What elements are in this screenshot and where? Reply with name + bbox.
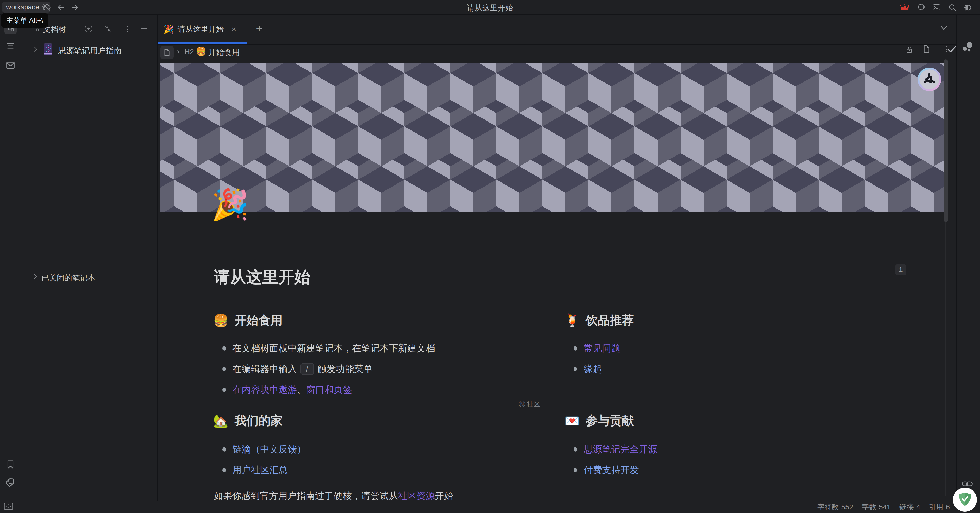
doc-title[interactable]: 请从这里开始	[214, 266, 310, 288]
heading-drinks[interactable]: 🍹 饮品推荐	[565, 311, 634, 330]
list-item[interactable]: 在编辑器中输入 / 触发功能菜单	[223, 363, 372, 375]
graph-bubbles-icon	[962, 41, 974, 53]
bullet-dot	[223, 468, 226, 472]
toolbar-divider	[0, 14, 980, 15]
link-community-list[interactable]: 用户社区汇总	[232, 464, 288, 476]
terminal-icon[interactable]	[932, 4, 940, 11]
mail-icon	[6, 61, 15, 69]
link-open-source[interactable]: 思源笔记完全开源	[584, 443, 657, 456]
bullet-dot	[574, 447, 577, 452]
dock-tag-button[interactable]	[5, 478, 15, 488]
heading-start-eating[interactable]: 🍔 开始食用	[213, 311, 283, 330]
tab-active[interactable]: 🎉 请从这里开始 ×	[158, 15, 247, 44]
bookmark-icon	[6, 460, 14, 469]
tab-close-icon[interactable]: ×	[231, 25, 236, 34]
closed-notebooks-chevron-icon[interactable]	[32, 273, 38, 279]
doc-icon-emoji[interactable]: 🎉	[211, 188, 249, 221]
dock-float-icon[interactable]	[3, 502, 13, 510]
link-faq[interactable]: 常见问题	[584, 342, 620, 355]
forward-icon[interactable]	[71, 4, 79, 11]
list-item[interactable]: 链滴（中文反馈）	[223, 443, 306, 456]
dock-graph-button[interactable]	[962, 41, 974, 53]
notebook-item[interactable]: 思源笔记用户指南	[58, 45, 122, 56]
back-icon[interactable]	[57, 4, 64, 11]
burger-emoji: 🍔	[213, 314, 228, 328]
heading-text: 我们的家	[234, 413, 283, 429]
list-item[interactable]: 在文档树面板中新建笔记本，在笔记本下新建文档	[223, 342, 435, 354]
editor[interactable]: 🎉 请从这里开始 1 🍔 开始食用 🍹 饮品推荐 在文档树面板中新建笔记本，在笔…	[158, 61, 957, 501]
outline-icon	[6, 41, 15, 50]
banner-image[interactable]	[160, 64, 948, 212]
search-icon[interactable]	[948, 3, 956, 12]
para-text: 如果你感到官方用户指南过于硬核，请尝试从	[214, 491, 398, 501]
editor-scrollbar[interactable]	[944, 59, 948, 222]
adguard-overlay-button[interactable]	[953, 488, 977, 512]
list-item[interactable]: 思源笔记完全开源	[574, 443, 657, 456]
breadcrumb-heading-level: H2	[185, 48, 194, 56]
theme-mode-icon[interactable]	[964, 3, 972, 12]
bullet-text: 在编辑器中输入	[232, 363, 297, 375]
dock-outline-button[interactable]	[6, 41, 15, 50]
slash-kbd: /	[301, 363, 314, 375]
list-item[interactable]: 缘起	[574, 363, 602, 375]
link-community-resources[interactable]: 社区资源	[398, 491, 435, 501]
banner-refresh-badge[interactable]	[918, 67, 941, 91]
doc-info-icon[interactable]	[922, 45, 931, 53]
collapse-icon[interactable]	[104, 25, 111, 32]
para-text: 开始	[435, 491, 453, 501]
focus-icon[interactable]	[85, 25, 92, 32]
tab-active-indicator	[158, 42, 247, 44]
file-icon	[164, 49, 170, 56]
bullet-dot	[574, 346, 577, 350]
list-item[interactable]: 用户社区汇总	[223, 464, 288, 476]
tab-list-chevron-icon[interactable]	[940, 24, 948, 32]
link-chain-icon[interactable]	[962, 480, 973, 488]
list-item[interactable]: 常见问题	[574, 342, 620, 354]
breadcrumb-doc-button[interactable]	[160, 46, 173, 59]
new-tab-button[interactable]: +	[256, 21, 262, 35]
notebook-chevron-icon[interactable]	[32, 46, 38, 52]
vip-crown-icon[interactable]	[900, 4, 909, 11]
stat-refs: 引用6	[929, 502, 950, 512]
dock-bookmark-button[interactable]	[6, 460, 14, 469]
tab-title: 请从这里开始	[178, 24, 224, 35]
list-item[interactable]: 在内容块中遨游 、 窗口和页签	[223, 384, 352, 396]
bullet-dot	[574, 367, 577, 371]
heading-text: 饮品推荐	[586, 312, 634, 328]
dock-inbox-button[interactable]	[6, 61, 15, 69]
tabbar-divider	[158, 44, 957, 45]
breadcrumb-emoji: 🍔	[196, 46, 206, 56]
notebook-icon	[43, 43, 52, 55]
plugins-puzzle-icon[interactable]	[916, 3, 925, 11]
heading-contribute[interactable]: 💌 参与贡献	[565, 411, 634, 430]
right-dock-divider	[956, 15, 957, 501]
heading-our-home[interactable]: 🏡 我们的家	[213, 411, 283, 430]
link-origin[interactable]: 缘起	[584, 363, 602, 375]
link-roam-blocks[interactable]: 在内容块中遨游	[232, 384, 297, 396]
bullet-dot	[223, 447, 226, 452]
name-attr-text: 社区	[527, 400, 540, 409]
cloud-off-icon[interactable]	[43, 3, 51, 11]
bullet-dot	[223, 367, 226, 371]
footer-paragraph[interactable]: 如果你感到官方用户指南过于硬核，请尝试从社区资源开始	[214, 490, 453, 501]
panel-min-icon[interactable]	[140, 25, 148, 32]
stat-chars: 字符数552	[817, 502, 853, 512]
top-toolbar: workspace 请从这里开始	[0, 0, 980, 14]
bullet-dot	[574, 468, 577, 472]
unlock-icon[interactable]	[905, 46, 914, 54]
panel-more-icon[interactable]: ⋮	[124, 25, 132, 33]
breadcrumb-heading-text[interactable]: 开始食用	[208, 47, 240, 58]
link-windows-tabs[interactable]: 窗口和页签	[306, 384, 352, 396]
love-letter-emoji: 💌	[565, 414, 580, 428]
link-liandi[interactable]: 链滴（中文反馈）	[232, 443, 306, 456]
list-item[interactable]: 付费支持开发	[574, 464, 639, 476]
bullet-dot	[223, 388, 226, 392]
readonly-check-icon[interactable]	[947, 45, 958, 53]
ref-count-badge[interactable]: 1	[895, 264, 906, 275]
closed-notebooks-item[interactable]: 已关闭的笔记本	[41, 273, 95, 283]
link-paid-support[interactable]: 付费支持开发	[584, 464, 639, 476]
workspace-label: workspace	[6, 3, 39, 11]
bullet-dot	[223, 346, 226, 350]
tab-emoji: 🎉	[164, 25, 173, 34]
cocktail-emoji: 🍹	[565, 314, 580, 328]
